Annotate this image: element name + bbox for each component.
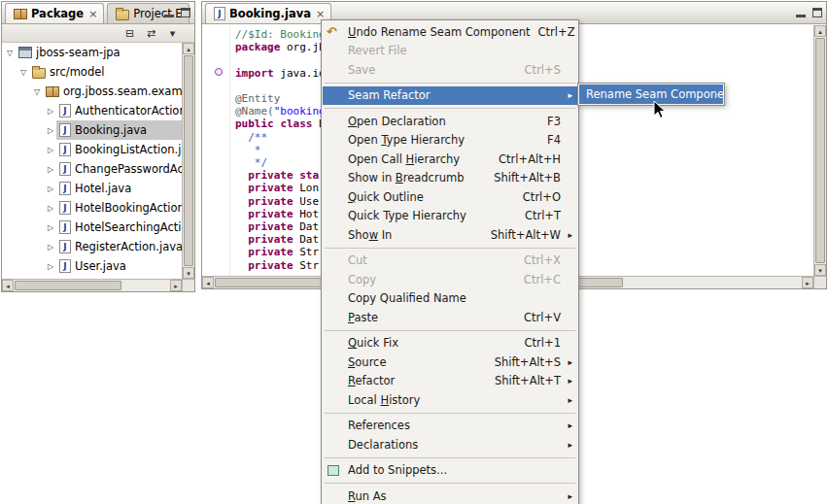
menu-item-local-history[interactable]: Local History▸	[323, 390, 577, 410]
tab-booking-java[interactable]: J Booking.java ×	[205, 3, 331, 23]
editor-tab-label: Booking.java	[229, 7, 311, 20]
expand-arrow-icon[interactable]: ▷	[45, 185, 56, 193]
menu-item-quick-outline[interactable]: Quick OutlineCtrl+O	[323, 187, 577, 207]
scroll-left-icon[interactable]: ◂	[2, 280, 14, 291]
menu-item-quick-fix[interactable]: Quick FixCtrl+1	[323, 334, 577, 353]
explorer-vertical-scrollbar[interactable]: ▴ ▾	[182, 43, 194, 279]
collapse-arrow-icon[interactable]: ▽	[31, 87, 43, 96]
expand-arrow-icon[interactable]: ▷	[45, 107, 56, 116]
expand-arrow-icon[interactable]: ▷	[45, 262, 56, 271]
minimize-icon[interactable]	[795, 7, 807, 18]
expand-arrow-icon[interactable]: ▷	[45, 146, 56, 154]
expand-arrow-icon[interactable]: ▷	[45, 126, 56, 135]
mouse-cursor	[653, 100, 667, 119]
maximize-icon[interactable]	[811, 7, 823, 18]
tree-item-bookinglistaction-jav[interactable]: ▷JBookingListAction.jav	[2, 140, 182, 159]
menu-item-label: Refactor	[348, 374, 395, 387]
tree-item-booking-java[interactable]: ▷JBooking.java	[2, 120, 182, 140]
menu-item-references[interactable]: References▸	[323, 417, 577, 436]
tree-item-registeraction-java[interactable]: ▷JRegisterAction.java	[2, 237, 182, 256]
menu-item-show-in-breadcrumb[interactable]: Show in BreadcrumbShift+Alt+B	[323, 169, 577, 188]
close-icon[interactable]: ×	[88, 8, 97, 20]
collapse-all-icon[interactable]: ⊟	[122, 27, 137, 40]
menu-item-undo-rename-seam-component[interactable]: ↶Undo Rename Seam ComponentCtrl+Z	[323, 22, 577, 42]
submenu-arrow-icon: ▸	[564, 90, 572, 100]
menu-item-open-type-hierarchy[interactable]: Open Type HierarchyF4	[323, 131, 577, 151]
menu-item-run-as[interactable]: Run As▸	[323, 487, 577, 504]
scroll-up-icon[interactable]: ▴	[183, 43, 194, 54]
expand-arrow-icon[interactable]: ▷	[45, 204, 56, 213]
view-window-buttons	[163, 7, 191, 18]
package-explorer-tree[interactable]: ▽jboss-seam-jpa▽src/model▽org.jboss.seam…	[2, 43, 182, 279]
package-explorer-icon	[14, 9, 27, 19]
project-icon	[18, 47, 32, 58]
menu-item-label: Cut	[348, 253, 367, 267]
collapse-arrow-icon[interactable]: ▽	[17, 68, 29, 77]
tree-item-changepasswordactio[interactable]: ▷JChangePasswordActio	[2, 159, 182, 179]
menu-item-refactor[interactable]: RefactorShift+Alt+T▸	[323, 372, 577, 391]
tree-item-hotel-java[interactable]: ▷JHotel.java	[2, 179, 182, 198]
collapse-arrow-icon[interactable]: ▽	[4, 49, 16, 57]
tree-item-label: jboss-seam-jpa	[36, 46, 121, 59]
scroll-left-icon[interactable]: ◂	[202, 277, 214, 288]
tree-item-org-jboss-seam-example[interactable]: ▽org.jboss.seam.example	[2, 82, 182, 101]
menu-item-save: SaveCtrl+S	[323, 60, 577, 80]
minimize-icon[interactable]	[163, 7, 175, 18]
menu-item-label: Show in Breadcrumb	[348, 171, 464, 185]
menu-item-copy-qualified-name[interactable]: Copy Qualified Name	[323, 289, 577, 309]
tree-row-body: JHotelSearchingAction	[56, 218, 182, 237]
menu-item-source[interactable]: SourceShift+Alt+S▸	[323, 353, 577, 372]
explorer-tabbar: Package × Project E	[2, 2, 194, 24]
import-fold-icon[interactable]	[215, 68, 223, 76]
scroll-right-icon[interactable]: ▸	[170, 280, 182, 291]
menu-item-quick-type-hierarchy[interactable]: Quick Type HierarchyCtrl+T	[323, 207, 577, 226]
tab-package-explorer[interactable]: Package ×	[5, 3, 104, 23]
menu-item-paste[interactable]: PasteCtrl+V	[323, 308, 577, 327]
expand-arrow-icon[interactable]: ▷	[45, 165, 56, 174]
tree-item-authenticatoraction-ja[interactable]: ▷JAuthenticatorAction.ja	[2, 101, 182, 120]
maximize-icon[interactable]	[180, 7, 191, 18]
menu-item-declarations[interactable]: Declarations▸	[323, 435, 577, 454]
close-icon[interactable]: ×	[316, 8, 325, 20]
menu-shortcut: Shift+Alt+S	[495, 355, 561, 369]
menu-item-copy: CopyCtrl+C	[323, 270, 577, 289]
undo-icon: ↶	[327, 25, 348, 38]
submenu-item-rename-seam-component[interactable]: Rename Seam Component	[579, 84, 723, 104]
menu-item-show-in[interactable]: Show InShift+Alt+W▸	[323, 225, 577, 245]
menu-item-seam-refactor[interactable]: Seam Refactor▸	[323, 86, 577, 106]
scroll-down-icon[interactable]: ▾	[814, 264, 826, 276]
menu-shortcut: Ctrl+S	[525, 63, 561, 77]
explorer-horizontal-scrollbar[interactable]: ◂ ▸	[2, 279, 182, 291]
java-icon: J	[59, 182, 71, 195]
tree-item-label: ChangePasswordActio	[75, 162, 182, 176]
scrollbar-thumb[interactable]	[815, 38, 825, 263]
menu-item-open-call-hierarchy[interactable]: Open Call HierarchyCtrl+Alt+H	[323, 150, 577, 169]
scroll-right-icon[interactable]: ▸	[802, 277, 813, 288]
scrollbar-thumb[interactable]	[184, 55, 193, 266]
expand-arrow-icon[interactable]: ▷	[45, 243, 56, 252]
menu-shortcut: Shift+Alt+W	[491, 228, 561, 242]
menu-item-label: Paste	[348, 311, 378, 324]
menu-item-label: Local History	[348, 393, 420, 407]
tree-item-jboss-seam-jpa[interactable]: ▽jboss-seam-jpa	[2, 43, 182, 62]
view-menu-icon[interactable]: ▾	[165, 27, 180, 40]
menu-item-label: Copy Qualified Name	[348, 291, 466, 305]
menu-item-label: Open Call Hierarchy	[348, 152, 460, 166]
scroll-up-icon[interactable]: ▴	[814, 25, 826, 37]
tree-row-body: jboss-seam-jpa	[16, 43, 182, 62]
tree-item-hotelbookingaction-ja[interactable]: ▷JHotelBookingAction.ja	[2, 198, 182, 218]
expand-arrow-icon[interactable]: ▷	[45, 223, 56, 232]
tree-item-src-model[interactable]: ▽src/model	[2, 62, 182, 82]
tree-item-user-java[interactable]: ▷JUser.java	[2, 256, 182, 276]
menu-item-open-declaration[interactable]: Open DeclarationF3	[323, 112, 577, 131]
menu-item-add-to-snippets[interactable]: Add to Snippets...	[323, 461, 577, 481]
editor-vertical-scrollbar[interactable]: ▴ ▾	[813, 25, 826, 276]
menu-separator	[325, 457, 575, 458]
selected-row-highlight: JBooking.java	[56, 120, 182, 140]
scroll-down-icon[interactable]: ▾	[183, 267, 194, 279]
tree-item-hotelsearchingaction[interactable]: ▷JHotelSearchingAction	[2, 218, 182, 237]
seam-refactor-submenu: Rename Seam Component	[577, 83, 725, 106]
tree-item-label: HotelSearchingAction	[75, 220, 182, 234]
link-with-editor-icon[interactable]: ⇄	[144, 27, 158, 40]
scrollbar-thumb[interactable]	[15, 281, 121, 290]
